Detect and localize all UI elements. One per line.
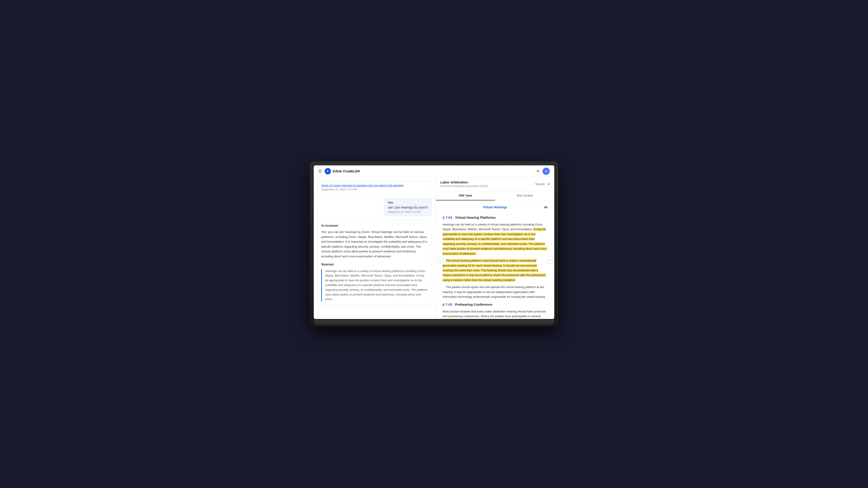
doc-title: Labor Arbitration: [440, 180, 488, 184]
p1-normal-text: Hearings can be held on a variety of vir…: [442, 223, 544, 231]
main-layout: Show 13 more (relevant to question but n…: [314, 177, 554, 319]
section-7-04-number: § 7:04: [442, 216, 452, 219]
brand-logo: E Edtek ChatBLDR: [324, 168, 360, 174]
user-message-timestamp: September 25, 2024 7:57 PM: [388, 210, 428, 213]
header-left: ☰ E Edtek ChatBLDR: [318, 168, 360, 174]
laptop-screen: ☰ E Edtek ChatBLDR ☀ A Show 13: [314, 165, 554, 319]
laptop-frame: ☰ E Edtek ChatBLDR ☀ A Show 13: [310, 161, 558, 327]
tab-pdf-view[interactable]: PDF View: [436, 191, 495, 200]
sources-section: Sources Hearings can be held on a variet…: [321, 263, 428, 302]
doc-paragraph-3: The parties should agree who will operat…: [442, 285, 548, 299]
p3-text: The parties should agree who will operat…: [442, 285, 546, 298]
tab-text-content[interactable]: Text Content: [495, 191, 554, 200]
user-message-text: can i join hearings by zoom?: [388, 205, 428, 209]
ai-message-text: Yes, you can join hearings by Zoom. Virt…: [321, 230, 428, 259]
section-7-05-heading: § 7:05 Prehearing Conference: [442, 302, 548, 306]
doc-nav-prev-button[interactable]: ‹: [437, 256, 443, 263]
doc-title-section: Labor Arbitration American Arbitration A…: [440, 180, 488, 188]
doc-header: Labor Arbitration American Arbitration A…: [436, 177, 554, 191]
p1-highlight-text: It may be appropriate to have the partie…: [442, 228, 547, 255]
app-container: ☰ E Edtek ChatBLDR ☀ A Show 13: [314, 165, 554, 319]
user-message-bubble: You can i join hearings by zoom? Septemb…: [384, 198, 432, 217]
brand-icon: E: [324, 168, 331, 174]
section-7-04-title: Virtual Hearing Platforms: [455, 216, 496, 219]
show-more-link[interactable]: Show 13 more (relevant to question but n…: [321, 184, 428, 187]
section-7-04-heading: § 7:04 Virtual Hearing Platforms: [442, 216, 548, 219]
app-header: ☰ E Edtek ChatBLDR ☀ A: [314, 165, 554, 177]
page-chapter-title: Virtual Hearings: [477, 205, 513, 209]
section-7-05-number: § 7:05: [442, 302, 452, 306]
laptop-base: [314, 320, 554, 325]
p2-highlight-text: The virtual hearing platform used should…: [442, 259, 546, 282]
doc-tabs: PDF View Text Content: [436, 191, 554, 201]
source-label: Source: [535, 182, 545, 186]
doc-nav-next-button[interactable]: ›: [547, 256, 553, 263]
header-right: ☀ A: [536, 168, 550, 175]
laptop-bottom-bar: [314, 325, 554, 327]
section-7-05-title: Prehearing Conference: [455, 302, 492, 306]
ai-sender-label: AI Assistant: [321, 224, 428, 227]
source-quote-container: Hearings can be held on a variety of vir…: [321, 269, 428, 302]
doc-paragraph-2: The virtual hearing platform used should…: [442, 258, 548, 283]
doc-paragraph-4: Best practice dictates that every video …: [442, 309, 548, 319]
doc-header-right: Source ×: [535, 182, 550, 186]
brand-name: Edtek ChatBLDR: [333, 169, 360, 173]
show-more-timestamp: September 25, 2024 7:57 PM: [321, 188, 428, 191]
user-sender-label: You: [388, 201, 428, 204]
page-header: Virtual Hearings 69: [442, 205, 548, 211]
page-number: 69: [544, 205, 548, 209]
doc-paragraph-1: Hearings can be held on a variety of vir…: [442, 222, 548, 256]
doc-subtitle: American Arbitration Association (2023): [440, 185, 488, 188]
sources-title: Sources: [321, 263, 428, 266]
show-more-banner: Show 13 more (relevant to question but n…: [317, 181, 432, 194]
chat-panel: Show 13 more (relevant to question but n…: [314, 177, 436, 319]
source-quote-text: Hearings can be held on a variety of vir…: [325, 269, 428, 302]
avatar[interactable]: A: [542, 168, 550, 175]
doc-panel: Labor Arbitration American Arbitration A…: [436, 177, 554, 319]
user-message-container: You can i join hearings by zoom? Septemb…: [317, 198, 432, 217]
doc-content[interactable]: Virtual Hearings 69 § 7:04 Virtual Heari…: [436, 201, 554, 319]
close-button[interactable]: ×: [547, 182, 550, 186]
hamburger-icon[interactable]: ☰: [318, 169, 322, 174]
ai-message-container: AI Assistant Yes, you can join hearings …: [317, 220, 432, 305]
settings-icon[interactable]: ☀: [536, 169, 540, 174]
